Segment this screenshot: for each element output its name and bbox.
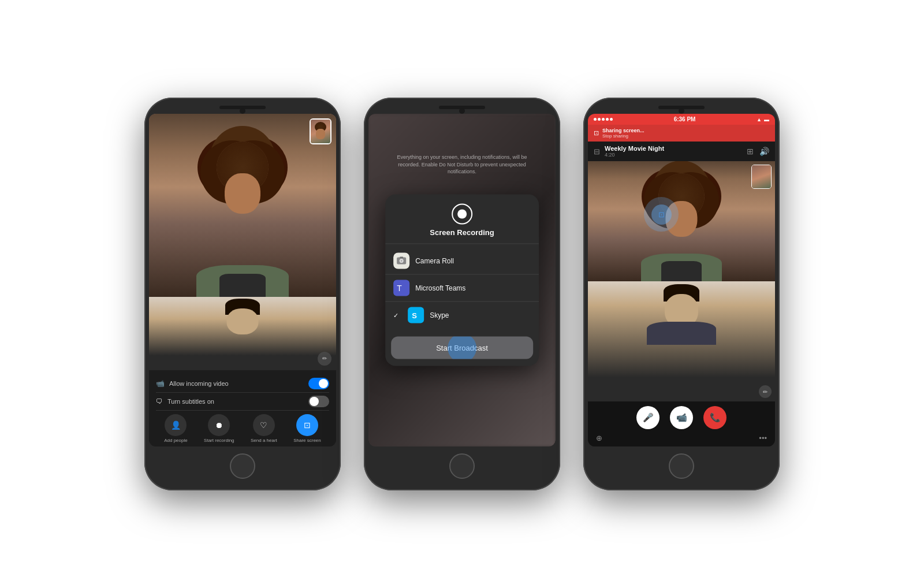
phone1-home-button[interactable] bbox=[230, 453, 255, 479]
popup-app-list: Camera Roll T Microsoft Teams ✓ bbox=[385, 244, 539, 332]
popup-header: Screen Recording bbox=[385, 195, 539, 244]
svg-text:T: T bbox=[397, 284, 402, 293]
end-call-btn[interactable]: 📞 bbox=[703, 406, 726, 429]
incoming-video-label: Allow incoming video bbox=[169, 380, 308, 387]
camera-roll-icon bbox=[393, 253, 409, 269]
skype-label: Skype bbox=[430, 311, 531, 319]
camera-btn[interactable]: 📹 bbox=[670, 406, 693, 429]
popup-item-skype[interactable]: ✓ S Skype bbox=[385, 302, 539, 329]
start-recording-btn[interactable]: ⏺ Start recording bbox=[204, 414, 234, 443]
record-icon bbox=[452, 204, 472, 225]
share-screen-label: Share screen bbox=[293, 438, 321, 443]
call-time: 4:20 bbox=[605, 152, 747, 158]
add-people-btn[interactable]: 👤 Add people bbox=[164, 414, 187, 443]
status-bar: 6:36 PM ▲ ▬ bbox=[588, 114, 775, 125]
teams-label: Microsoft Teams bbox=[415, 284, 531, 292]
secondary-video-feed bbox=[149, 297, 336, 370]
status-icons: ▲ ▬ bbox=[757, 117, 769, 122]
add-people-label: Add people bbox=[164, 438, 187, 443]
add-people-icon: 👤 bbox=[165, 414, 187, 436]
share-screen-icon: ⊡ bbox=[296, 414, 318, 436]
start-recording-icon: ⏺ bbox=[208, 414, 230, 436]
call-name: Weekly Movie Night bbox=[605, 145, 747, 152]
phone1-controls-panel: 📹 Allow incoming video 🗨 Turn subtitles … bbox=[149, 370, 336, 446]
phone1-camera bbox=[240, 108, 245, 114]
skype-icon: S bbox=[408, 307, 424, 323]
sharing-circle-inner: ⊡ bbox=[651, 204, 672, 225]
svg-text:S: S bbox=[412, 311, 417, 320]
sharing-bar[interactable]: ⊡ Sharing screen... Stop sharing bbox=[588, 125, 775, 142]
send-heart-label: Send a heart bbox=[251, 438, 277, 443]
phone3-call-controls: 🎤 📹 📞 ⊕ ••• bbox=[588, 401, 775, 446]
popup-title: Screen Recording bbox=[430, 228, 494, 237]
phone1-screen: ✏ 📹 Allow incoming video 🗨 Turn subtitle… bbox=[149, 114, 336, 446]
share-screen-btn[interactable]: ⊡ Share screen bbox=[293, 414, 321, 443]
skype-checkmark: ✓ bbox=[393, 311, 398, 319]
toggle-knob bbox=[319, 379, 328, 388]
subtitles-label: Turn subtitles on bbox=[167, 398, 308, 405]
phone3-screen: 6:36 PM ▲ ▬ ⊡ Sharing screen... Stop sha… bbox=[588, 114, 775, 446]
subtitles-row[interactable]: 🗨 Turn subtitles on bbox=[156, 393, 329, 411]
phone3-home-button[interactable] bbox=[669, 453, 694, 479]
call-buttons: 🎤 📹 📞 bbox=[594, 406, 769, 429]
svg-point-2 bbox=[401, 260, 403, 262]
phone1-self-thumbnail bbox=[310, 118, 331, 144]
subtitles-icon: 🗨 bbox=[156, 397, 163, 405]
status-time: 6:36 PM bbox=[674, 116, 696, 122]
battery-icon: ▬ bbox=[764, 117, 769, 122]
phone-2: Everything on your screen, including not… bbox=[364, 98, 560, 490]
svg-rect-3 bbox=[400, 257, 403, 258]
phone3-edit-icon: ✏ bbox=[759, 385, 772, 398]
incoming-video-row[interactable]: 📹 Allow incoming video bbox=[156, 375, 329, 393]
extra-controls: ⊕ ••• bbox=[594, 433, 769, 444]
phone1-action-bar: 👤 Add people ⏺ Start recording ♡ Send a … bbox=[156, 411, 329, 443]
phone3-camera bbox=[679, 108, 684, 114]
phone2-camera bbox=[459, 108, 465, 114]
call-header: ⊟ Weekly Movie Night 4:20 ⊞ 🔊 bbox=[588, 142, 775, 161]
toggle-knob-2 bbox=[310, 397, 319, 406]
teams-icon: T bbox=[393, 280, 409, 296]
send-heart-btn[interactable]: ♡ Send a heart bbox=[251, 414, 277, 443]
video-icon: 📹 bbox=[156, 379, 165, 388]
broadcast-ripple bbox=[448, 337, 476, 359]
record-dot bbox=[457, 210, 467, 219]
start-recording-label: Start recording bbox=[204, 438, 234, 443]
camera-roll-label: Camera Roll bbox=[415, 257, 531, 265]
call-header-actions: ⊞ 🔊 bbox=[747, 147, 769, 156]
phone1-video-secondary: ✏ bbox=[149, 297, 336, 370]
phone3-video-area: ⊡ ✏ bbox=[588, 161, 775, 401]
phone1-video-main bbox=[149, 114, 336, 297]
phone2-screen: Everything on your screen, including not… bbox=[368, 114, 556, 446]
signal-indicator bbox=[594, 118, 613, 121]
popup-item-camera-roll[interactable]: Camera Roll bbox=[385, 248, 539, 275]
popup-item-teams[interactable]: T Microsoft Teams bbox=[385, 275, 539, 302]
call-info: Weekly Movie Night 4:20 bbox=[605, 145, 747, 158]
mute-btn[interactable]: 🎤 bbox=[636, 406, 660, 429]
wifi-icon: ▲ bbox=[757, 117, 762, 122]
more-options-icon[interactable]: ••• bbox=[759, 434, 767, 442]
heart-icon: ♡ bbox=[253, 414, 275, 436]
start-broadcast-button[interactable]: Start Broadcast bbox=[391, 337, 533, 359]
phone2-home-button[interactable] bbox=[449, 453, 475, 479]
sharing-text: Sharing screen... bbox=[602, 128, 644, 133]
info-text: Everything on your screen, including not… bbox=[397, 154, 528, 176]
phone-3: 6:36 PM ▲ ▬ ⊡ Sharing screen... Stop sha… bbox=[583, 98, 780, 490]
call-type-icon: ⊟ bbox=[594, 147, 600, 156]
phone1-edit-icon: ✏ bbox=[318, 352, 331, 366]
incoming-video-toggle[interactable] bbox=[308, 378, 329, 389]
phone3-main-video: ⊡ bbox=[588, 161, 775, 281]
main-video-feed bbox=[149, 114, 336, 297]
subtitles-toggle[interactable] bbox=[308, 396, 329, 407]
sharing-icon: ⊡ bbox=[594, 129, 599, 137]
phone3-self-thumbnail bbox=[751, 165, 772, 189]
phone-1: ✏ 📹 Allow incoming video 🗨 Turn subtitle… bbox=[144, 98, 341, 490]
volume-icon[interactable]: 🔊 bbox=[759, 147, 769, 156]
grid-view-icon[interactable]: ⊞ bbox=[747, 147, 754, 156]
sharing-sub-text: Stop sharing bbox=[602, 133, 644, 139]
phone3-secondary-video: ✏ bbox=[588, 281, 775, 401]
focus-icon[interactable]: ⊕ bbox=[596, 434, 602, 442]
screen-recording-popup: Screen Recording Camera bbox=[385, 195, 539, 366]
